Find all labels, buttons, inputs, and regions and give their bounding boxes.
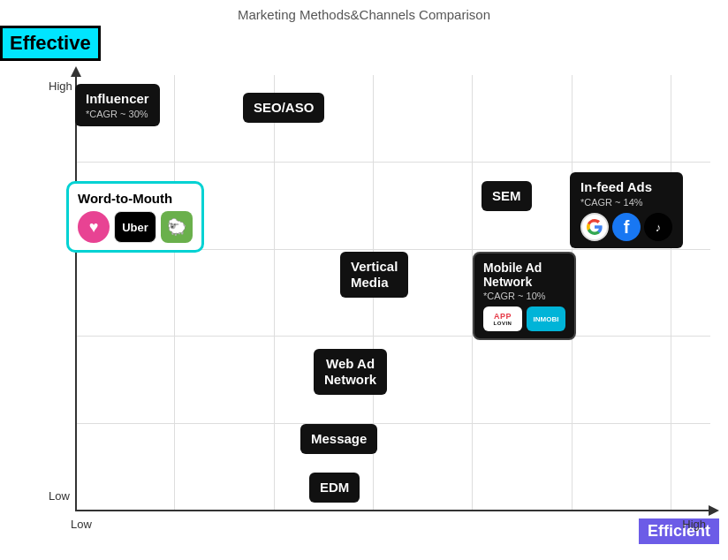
chart-area: High Low Low High Influencer *CAGR ~ 30%… [49, 75, 710, 511]
edm-node: EDM [309, 473, 360, 503]
efficient-label: Efficient [639, 518, 719, 544]
page-title: Marketing Methods&Channels Comparison [0, 0, 728, 22]
effective-label: Effective [0, 26, 101, 61]
uber-icon: Uber [114, 211, 156, 243]
tiktok-icon: ♪ [644, 213, 672, 241]
infeed-ads-node: In-feed Ads *CAGR ~ 14% f ♪ [570, 172, 683, 248]
web-ad-network-node: Web AdNetwork [314, 349, 387, 395]
applovin-icon: APP LOVIN [483, 306, 522, 331]
facebook-icon: f [612, 213, 641, 241]
mobile-ad-network-node: Mobile Ad Network *CAGR ~ 10% APP LOVIN … [473, 252, 576, 340]
word-to-mouth-node: Word-to-Mouth ♥ Uber 🐑 [66, 181, 204, 253]
message-node: Message [300, 424, 377, 454]
x-axis-low-label: Low [71, 518, 92, 531]
inmobi-icon: INMOBI [527, 306, 565, 331]
sem-node: SEM [482, 181, 532, 211]
seo-aso-node: SEO/ASO [243, 93, 324, 123]
y-axis-high-label: High [49, 79, 72, 93]
y-axis [75, 75, 77, 511]
y-axis-low-label: Low [49, 489, 70, 503]
sheep-icon: 🐑 [161, 211, 193, 243]
vertical-media-node: Vertical Media [340, 252, 408, 298]
heart-icon: ♥ [78, 211, 110, 243]
x-axis [75, 510, 710, 511]
google-icon [580, 213, 609, 241]
x-axis-high-label: High [682, 518, 706, 531]
influencer-node: Influencer *CAGR ~ 30% [75, 84, 160, 126]
